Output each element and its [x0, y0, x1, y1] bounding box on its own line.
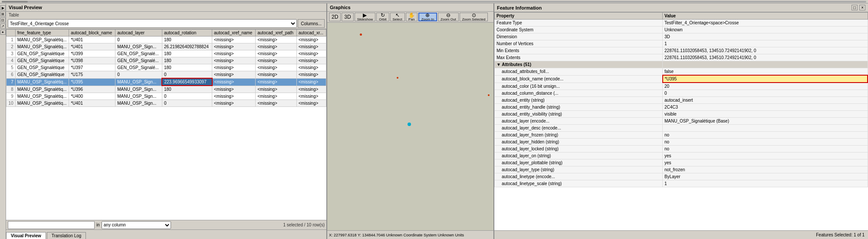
fi-table-row: autocad_layer_plottable (string)yes: [495, 159, 868, 166]
gfx-btn-select[interactable]: ↖ Select: [390, 13, 405, 21]
feature-info-table: Property Value Feature TypeTestFilter_4_…: [494, 12, 868, 187]
fi-table-row: autocad_layer_frozen (string)no: [495, 132, 868, 139]
table-row[interactable]: 8MANU_OSP_Signalétiq...*U396MANU_OSP_Sig…: [7, 86, 326, 93]
feature-info-maximize-btn[interactable]: □: [852, 5, 858, 10]
nav-icon-4[interactable]: ↗: [0, 23, 6, 29]
columns-button[interactable]: Columns...: [298, 19, 325, 28]
search-in-label: in: [96, 222, 100, 227]
col-header-xref-name[interactable]: autocad_xref_name: [212, 30, 256, 37]
feature-info-title-bar: Feature Information □ ×: [494, 3, 868, 12]
content-area: ▶ ⊞ ⊡ ↗ ✦ Visual Preview Table TestFilte…: [0, 3, 868, 239]
orbit-label: Orbit: [379, 18, 386, 21]
table-row[interactable]: 4GEN_OSP_Signalétique*U398GEN_OSP_Signal…: [7, 57, 326, 64]
fi-table-row: autocad_block_name (encode...*U395: [495, 75, 868, 83]
feature-table-container[interactable]: fme_feature_type autocad_block_name auto…: [6, 29, 326, 220]
gfx-btn-zoom-out[interactable]: ⊖ Zoom Out: [438, 13, 459, 21]
gfx-btn-zoom-in[interactable]: ⊕ Zoom In: [418, 13, 437, 21]
nav-icon-2[interactable]: ⊞: [0, 11, 6, 17]
fi-table-row: Dimension3D: [495, 33, 868, 40]
table-row[interactable]: 7MANU_OSP_Signalétiq...*U395MANU_OSP_Sig…: [7, 78, 326, 86]
gfx-btn-3d[interactable]: 3D: [342, 13, 353, 21]
graphics-dot: [488, 94, 490, 96]
col-header-xr[interactable]: autocad_xr...: [296, 30, 326, 37]
col-header-block[interactable]: autocad_block_name: [69, 30, 115, 37]
fi-table-row: autocad_linetype_scale (string)1: [495, 180, 868, 187]
search-bar: in any column 1 selected / 10 row(s): [6, 220, 326, 229]
feature-info-panel: Feature Information □ × Property Value F…: [494, 3, 868, 239]
fi-table-row: autocad_layer (encode...MANU_OSP_Signalé…: [495, 118, 868, 125]
table-row[interactable]: 1MANU_OSP_Signalétiq...*U4010180<missing…: [7, 37, 326, 43]
col-header-num: [7, 30, 16, 37]
selection-status: 1 selected / 10 row(s): [283, 222, 325, 227]
fi-table-row: Coordinate SystemUnknown: [495, 27, 868, 33]
feature-table: fme_feature_type autocad_block_name auto…: [6, 29, 326, 107]
gfx-btn-orbit[interactable]: ↻ Orbit: [376, 13, 389, 21]
top-scrollbar[interactable]: [0, 0, 868, 3]
dataset-toolbar: TestFilter_4_Orientage Crosse Columns...: [6, 18, 326, 29]
gfx-btn-zoom-selected[interactable]: ⊙ Zoom Selected: [460, 13, 488, 21]
table-row[interactable]: 10MANU_OSP_Signalétiq...*U401MANU_OSP_Si…: [7, 100, 326, 107]
fi-table-row: autocad_layer_locked (string)no: [495, 146, 868, 153]
col-header-xref-path[interactable]: autocad_xref_path: [256, 30, 297, 37]
table-row[interactable]: 6GEN_OSP_Signalétique*U17500<missing><mi…: [7, 71, 326, 79]
zoom-in-label: Zoom In: [421, 18, 434, 21]
fi-col-value[interactable]: Value: [663, 13, 868, 20]
slideshow-label: Slideshow: [357, 18, 373, 21]
graphics-canvas[interactable]: [327, 23, 493, 230]
feature-info-table-container[interactable]: Property Value Feature TypeTestFilter_4_…: [494, 12, 868, 230]
search-column-select[interactable]: any column: [102, 221, 171, 229]
nav-icon-1[interactable]: ▶: [0, 5, 6, 10]
table-row[interactable]: 9MANU_OSP_Signalétiq...*U400MANU_OSP_Sig…: [7, 93, 326, 100]
feature-info-title: Feature Information: [497, 5, 542, 10]
dataset-select[interactable]: TestFilter_4_Orientage Crosse: [8, 19, 297, 28]
graphics-dot: [408, 123, 411, 126]
visual-preview-panel: Visual Preview Table TestFilter_4_Orient…: [6, 3, 327, 239]
tab-bar: Visual Preview Translation Log: [6, 229, 326, 239]
graphics-dot: [360, 33, 362, 36]
feature-info-close-btn[interactable]: ×: [859, 5, 865, 10]
gfx-btn-2d[interactable]: 2D: [329, 13, 341, 21]
fi-table-row: Max Extents228761.11032058453, 134510.72…: [495, 54, 868, 61]
scrollbar-track: [2, 1, 866, 3]
fi-table-row: autocad_entity_handle (string)2C4C3: [495, 104, 868, 111]
fi-table-row: Min Extents228761.11032058453, 134510.72…: [495, 47, 868, 54]
fi-table-row: autocad_layer_on (string)yes: [495, 153, 868, 159]
select-label: Select: [393, 18, 402, 21]
zoom-selected-label: Zoom Selected: [462, 18, 486, 21]
visual-preview-title: Visual Preview: [9, 5, 42, 10]
3d-icon: 3D: [344, 14, 351, 20]
gfx-btn-slideshow[interactable]: ▶ Slideshow: [355, 13, 375, 21]
fi-table-row: autocad_layer_type (string)not_frozen: [495, 166, 868, 173]
search-input[interactable]: [8, 221, 95, 229]
tab-translation-log[interactable]: Translation Log: [47, 232, 86, 239]
graphics-dot: [397, 77, 398, 79]
main-container: ▶ ⊞ ⊡ ↗ ✦ Visual Preview Table TestFilte…: [0, 0, 868, 239]
fi-col-property[interactable]: Property: [495, 13, 663, 20]
graphics-title: Graphics: [327, 3, 493, 12]
left-nav-panel: ▶ ⊞ ⊡ ↗ ✦: [0, 3, 6, 239]
scrollbar-thumb[interactable]: [2, 1, 28, 3]
graphics-status: X: 227997.6318 Y: 134844.7046 Unknown Co…: [327, 230, 493, 239]
gfx-btn-pan[interactable]: ✋ Pan: [406, 13, 418, 21]
graphics-panel: Graphics 2D 3D ▶ Slideshow ↻ Orbit ↖: [327, 3, 494, 239]
fi-table-row: autocad_attributes_foll...false: [495, 68, 868, 76]
fi-table-row: autocad_linetype (encode...ByLayer: [495, 173, 868, 180]
visual-preview-title-bar: Visual Preview: [6, 3, 326, 12]
table-section-label: Table: [6, 12, 326, 18]
col-header-fme[interactable]: fme_feature_type: [15, 30, 69, 37]
col-header-layer[interactable]: autocad_layer: [115, 30, 162, 37]
table-row[interactable]: 2MANU_OSP_Signalétiq...*U401MANU_OSP_Sig…: [7, 43, 326, 50]
table-row[interactable]: 5GEN_OSP_Signalétique*U397GEN_OSP_Signal…: [7, 64, 326, 71]
fi-table-row: Feature TypeTestFilter_4_Orientage<space…: [495, 20, 868, 27]
graphics-toolbar: 2D 3D ▶ Slideshow ↻ Orbit ↖ Select: [327, 12, 493, 23]
fi-table-row: ▼ Attributes (51): [495, 61, 868, 68]
fi-table-row: autocad_entity (string)autocad_insert: [495, 97, 868, 104]
nav-icon-3[interactable]: ⊡: [0, 17, 6, 23]
feature-info-status-bar: Features Selected: 1 of 1: [494, 230, 868, 239]
nav-icon-5[interactable]: ✦: [0, 30, 6, 35]
col-header-rotation[interactable]: autocad_rotation: [162, 30, 212, 37]
table-row[interactable]: 3GEN_OSP_Signalétique*U399GEN_OSP_Signal…: [7, 50, 326, 57]
features-selected-status: Features Selected: 1 of 1: [816, 232, 865, 237]
2d-icon: 2D: [332, 14, 338, 20]
tab-visual-preview[interactable]: Visual Preview: [6, 232, 46, 239]
